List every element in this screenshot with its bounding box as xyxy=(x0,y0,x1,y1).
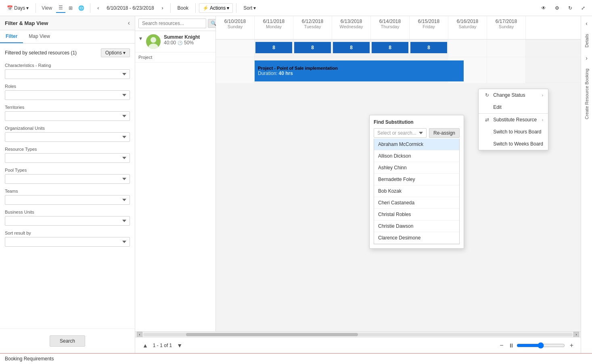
sidebar-title: Filter & Map View xyxy=(5,20,48,26)
sort-label: Sort xyxy=(243,5,252,11)
sort-button[interactable]: Sort ▾ xyxy=(240,3,259,13)
book-button[interactable]: Book xyxy=(174,3,192,13)
h-scroll-left-btn[interactable]: ‹ xyxy=(137,332,142,337)
search-button[interactable]: Search xyxy=(50,335,85,347)
context-change-status[interactable]: ↻ Change Status › xyxy=(479,89,548,101)
filter-pool-types-label: Pool Types xyxy=(5,168,130,173)
change-status-label: Change Status xyxy=(493,92,525,98)
reassign-button[interactable]: Re-assign xyxy=(429,128,460,138)
sub-item-bob[interactable]: Bob Kozak xyxy=(374,185,459,197)
cal-cell-sat xyxy=(448,40,487,57)
sub-item-cheri[interactable]: Cheri Castaneda xyxy=(374,197,459,209)
cal-col-sat: 6/16/2018 Saturday xyxy=(448,16,487,39)
cal-body-row: 🔍 ▾ xyxy=(135,16,581,331)
zoom-bar: − ⏸ + xyxy=(497,341,576,350)
cal-col-thu: 6/14/2018 Thursday xyxy=(371,16,410,39)
find-substitution-popup: Find Substitution Select or search... Re… xyxy=(369,115,464,249)
filter-business-units-label: Business Units xyxy=(5,210,130,214)
date-range: 6/10/2018 - 6/23/2018 xyxy=(104,5,156,11)
filter-sort-result: Sort result by xyxy=(5,231,130,247)
booking-bar[interactable]: Project - Point of Sale implementation D… xyxy=(255,60,464,81)
sort-result-select[interactable] xyxy=(5,237,130,247)
create-booking-label[interactable]: Create Resource Booking xyxy=(584,65,590,123)
cal-booking-cell-sun1 xyxy=(216,57,255,83)
details-label[interactable]: Details xyxy=(584,31,590,51)
expand-button[interactable]: ⤢ xyxy=(577,3,589,13)
cal-col-sun1: 6/10/2018 Sunday xyxy=(216,16,255,39)
zoom-out-btn[interactable]: − xyxy=(497,341,506,350)
resource-expand-toggle[interactable]: ▾ xyxy=(138,34,143,42)
tab-map-view[interactable]: Map View xyxy=(23,30,55,43)
sidebar-header: Filter & Map View ‹ xyxy=(0,16,135,30)
context-edit[interactable]: Edit xyxy=(479,101,548,113)
org-units-select[interactable] xyxy=(5,132,130,142)
tab-filter[interactable]: Filter xyxy=(0,30,23,43)
cal-day-7: Sunday xyxy=(499,24,514,29)
resource-types-select[interactable] xyxy=(5,153,130,163)
cal-cell-thu: 8 xyxy=(371,40,410,57)
h-scroll-right-btn[interactable]: › xyxy=(573,332,579,337)
context-substitute[interactable]: ⇄ Substitute Resource › xyxy=(479,114,548,126)
right-panel-toggle-btn2[interactable]: › xyxy=(585,54,588,62)
cal-cell-sun1 xyxy=(216,40,255,57)
pagination: ▲ 1 - 1 of 1 ▼ xyxy=(140,341,185,350)
sub-item-christie[interactable]: Christie Dawson xyxy=(374,220,459,232)
h-scroll-area: ‹ › xyxy=(135,331,581,337)
teams-select[interactable] xyxy=(5,195,130,205)
roles-select[interactable] xyxy=(5,90,130,100)
sort-chevron-icon: ▾ xyxy=(253,5,256,11)
h-scroll-thumb[interactable] xyxy=(186,333,358,336)
page-down-btn[interactable]: ▼ xyxy=(174,341,185,350)
prev-date-btn[interactable]: ‹ xyxy=(94,3,103,13)
options-button[interactable]: Options ▾ xyxy=(101,48,130,57)
refresh-button[interactable]: ↻ xyxy=(565,3,576,13)
globe-view-btn[interactable]: 🌐 xyxy=(76,3,87,13)
characteristics-select[interactable] xyxy=(5,69,130,79)
separator-1 xyxy=(36,3,36,13)
sub-item-allison[interactable]: Allison Dickson xyxy=(374,150,459,162)
settings-button[interactable]: ⚙ xyxy=(551,3,563,13)
view-icons: ☰ ⊞ 🌐 xyxy=(56,3,87,13)
filter-info-row: Filtered by selected resources (1) Optio… xyxy=(5,47,130,59)
pool-types-select[interactable] xyxy=(5,174,130,184)
resource-search-input[interactable] xyxy=(138,19,206,28)
zoom-slider[interactable] xyxy=(517,342,565,349)
territories-select[interactable] xyxy=(5,111,130,121)
bottom-bar: ▲ 1 - 1 of 1 ▼ − ⏸ + xyxy=(135,337,581,353)
find-sub-select[interactable]: Select or search... xyxy=(374,128,427,138)
actions-button[interactable]: ⚡ Actions ▾ xyxy=(199,3,233,13)
cal-date-3: 6/13/2018 xyxy=(341,19,362,24)
sub-item-christal[interactable]: Christal Robles xyxy=(374,209,459,220)
svg-point-1 xyxy=(151,37,156,43)
context-hours-board[interactable]: Switch to Hours Board xyxy=(479,126,548,138)
zoom-in-btn[interactable]: + xyxy=(567,341,576,350)
sub-item-ashley[interactable]: Ashley Chinn xyxy=(374,162,459,174)
separator-2 xyxy=(90,3,90,13)
days-button[interactable]: 📅 Days ▾ xyxy=(3,3,32,13)
calendar-header: 6/10/2018 Sunday 6/11/2018 Monday 6/12/2… xyxy=(216,16,581,40)
resource-info: Summer Knight 40:00 🕐 50% xyxy=(164,34,212,46)
page-up-btn[interactable]: ▲ xyxy=(140,341,151,350)
sub-item-clarence[interactable]: Clarence Desimone xyxy=(374,232,459,244)
h-scroll-track xyxy=(143,333,573,336)
context-weeks-board[interactable]: Switch to Weeks Board xyxy=(479,138,548,150)
grid-view-btn[interactable]: ⊞ xyxy=(66,3,75,13)
sub-item-bernadette[interactable]: Bernadette Foley xyxy=(374,174,459,185)
hours-board-label: Switch to Hours Board xyxy=(493,129,541,135)
next-date-btn[interactable]: › xyxy=(158,3,167,13)
right-panel-toggle-btn[interactable]: ‹ xyxy=(585,19,588,27)
business-units-select[interactable] xyxy=(5,216,130,226)
resource-item-summer-knight[interactable]: ▾ Summer Knight 40:00 xyxy=(135,31,215,52)
separator-5 xyxy=(236,3,236,13)
filter-resource-types: Resource Types xyxy=(5,147,130,163)
hours-badge-fri: 8 xyxy=(410,42,447,53)
sub-dropdown: Abraham McCormick Allison Dickson Ashley… xyxy=(374,139,460,244)
cal-cell-sun2 xyxy=(487,40,526,57)
booking-requirements-bar: Booking Requirements xyxy=(0,353,592,364)
sub-item-abraham[interactable]: Abraham McCormick xyxy=(374,139,459,150)
list-view-btn[interactable]: ☰ xyxy=(56,3,65,13)
eye-button[interactable]: 👁 xyxy=(538,3,550,13)
sidebar-toggle-btn[interactable]: ‹ xyxy=(128,19,130,27)
cal-day-0: Sunday xyxy=(228,24,243,29)
days-chevron-icon: ▾ xyxy=(26,5,29,11)
